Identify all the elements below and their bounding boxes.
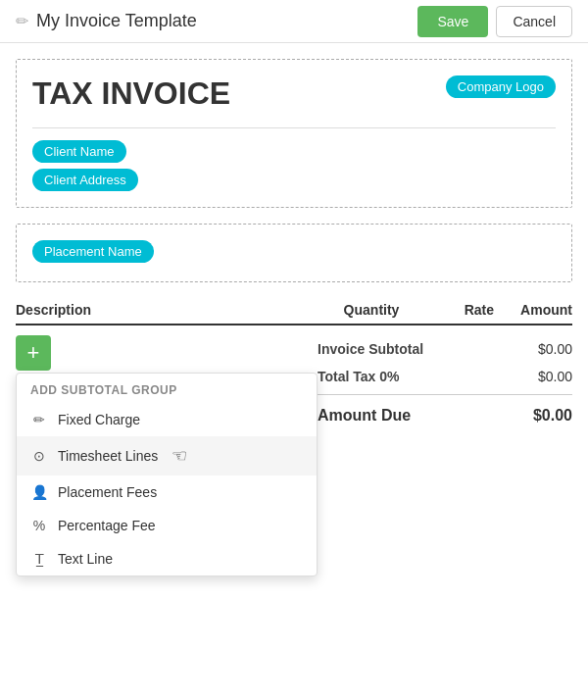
col-quantity-header: Quantity [318,302,425,318]
main-content: TAX INVOICE Company Logo Client Name Cli… [0,43,588,608]
dropdown-item-label-percentage-fee: Percentage Fee [58,518,156,533]
person-icon: 👤 [30,484,48,500]
client-address-badge[interactable]: Client Address [32,169,138,191]
subtotal-divider [318,394,572,395]
col-rate-header: Rate [425,302,494,318]
dropdown-menu: Add Subtotal Group ✏ Fixed Charge ⊙ Time… [16,373,318,576]
pencil-icon: ✏ [30,412,48,427]
text-icon: T̲ [30,551,48,567]
invoice-title: TAX INVOICE [32,75,230,112]
dropdown-item-label-placement-fees: Placement Fees [58,484,157,500]
invoice-preview-box: TAX INVOICE Company Logo Client Name Cli… [16,59,572,208]
dropdown-item-fixed-charge[interactable]: ✏ Fixed Charge [17,403,317,436]
dropdown-item-timesheet-lines[interactable]: ⊙ Timesheet Lines ☜ [17,436,317,475]
page-title: My Invoice Template [36,11,197,31]
invoice-subtotal-row: Invoice Subtotal $0.00 [318,335,572,363]
header-actions: Save Cancel [417,6,572,37]
dropdown-item-placement-fees[interactable]: 👤 Placement Fees [17,475,317,509]
dropdown-item-percentage-fee[interactable]: % Percentage Fee [17,509,317,542]
clock-icon: ⊙ [30,448,48,464]
header-title-area: ✏ My Invoice Template [16,11,417,31]
amount-due-value: $0.00 [533,407,572,425]
invoice-right-panel: Company Logo [360,75,556,98]
client-name-badge[interactable]: Client Name [32,140,126,163]
left-panel: + Add Subtotal Group ✏ Fixed Charge ⊙ Ti… [16,325,318,576]
percent-icon: % [30,518,48,533]
placement-box: Placement Name [16,224,572,282]
invoice-title-area: TAX INVOICE [32,75,230,112]
cancel-button[interactable]: Cancel [496,6,572,37]
invoice-subtotal-value: $0.00 [538,341,572,357]
dropdown-item-text-line[interactable]: T̲ Text Line [17,542,317,575]
dropdown-item-label-text-line: Text Line [58,551,113,567]
dropdown-item-label-timesheet-lines: Timesheet Lines [58,448,158,464]
col-description-header: Description [16,302,318,318]
col-amount-header: Amount [494,302,572,318]
total-tax-row: Total Tax 0% $0.00 [318,363,572,390]
dropdown-header: Add Subtotal Group [17,374,317,403]
total-tax-label: Total Tax 0% [318,369,400,384]
page-header: ✏ My Invoice Template Save Cancel [0,0,588,43]
save-button[interactable]: Save [417,6,488,37]
table-header-row: Description Quantity Rate Amount [16,302,572,325]
amount-due-row: Amount Due $0.00 [318,399,572,428]
right-panel: Invoice Subtotal $0.00 Total Tax 0% $0.0… [318,325,572,576]
invoice-divider [32,127,556,128]
total-tax-value: $0.00 [538,369,572,384]
dropdown-item-label-fixed-charge: Fixed Charge [58,412,140,427]
invoice-subtotal-label: Invoice Subtotal [318,341,423,357]
invoice-header-row: TAX INVOICE Company Logo [32,75,556,112]
table-section: Description Quantity Rate Amount + Add S… [16,302,572,576]
add-button[interactable]: + [16,335,51,371]
amount-due-label: Amount Due [318,407,411,425]
company-logo-badge[interactable]: Company Logo [446,75,556,98]
table-body: + Add Subtotal Group ✏ Fixed Charge ⊙ Ti… [16,325,572,576]
cursor-icon: ☜ [172,445,187,467]
edit-icon: ✏ [16,12,28,30]
placement-name-badge[interactable]: Placement Name [32,240,154,263]
invoice-client-area: Client Name Client Address [32,136,556,191]
